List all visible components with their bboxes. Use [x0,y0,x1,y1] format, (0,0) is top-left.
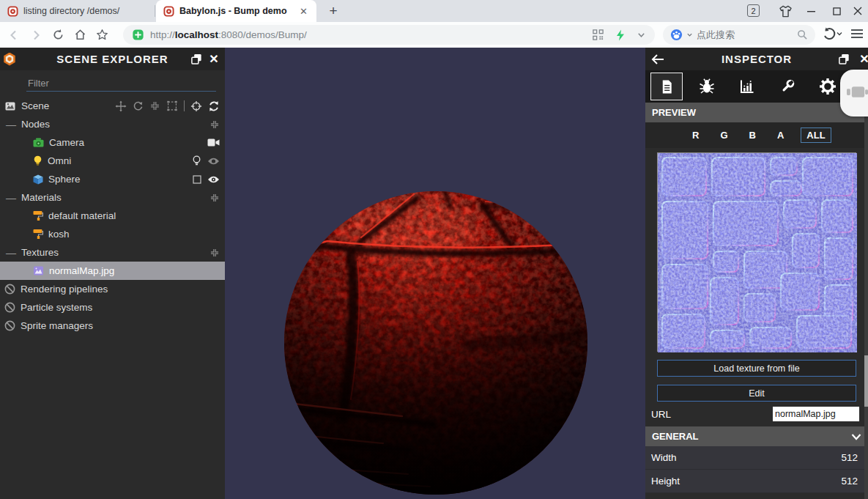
browser-menu-icon[interactable] [850,27,864,43]
video-capture-icon [847,85,868,101]
inspector-scrollbar[interactable] [864,103,868,499]
tree-row-normalmap[interactable]: normalMap.jpg [0,262,225,280]
preview-section-header[interactable]: PREVIEW [645,103,868,122]
bounding-box-icon[interactable] [166,100,178,111]
tree-row-kosh[interactable]: kosh [0,225,225,243]
tree-group-rendering-pipelines[interactable]: Rendering pipelines [0,280,225,298]
expand-all-icon[interactable] [209,193,220,203]
url-text[interactable]: http://localhost:8080/demos/Bump/ [150,29,586,40]
tree-row-camera[interactable]: Camera [0,133,225,152]
tab-debug[interactable] [691,73,723,100]
tree-group-particle-systems[interactable]: Particle systems [0,298,225,317]
collapse-minus-icon[interactable]: — [6,247,16,259]
tab-title: Babylon.js - Bump demo [179,6,293,16]
scale-gizmo-icon[interactable] [149,100,160,111]
tree-row-scene[interactable]: Scene [0,97,225,115]
url-field[interactable]: http://localhost:8080/demos/Bump/ [123,25,655,45]
filter-input[interactable] [26,75,216,92]
security-shield-icon[interactable] [132,29,144,41]
toolbar-separator [184,100,185,111]
tab-count-badge[interactable]: 2 [747,4,760,17]
channel-all[interactable]: ALL [801,127,831,143]
tab-bump-demo[interactable]: Babylon.js - Bump demo ✕ [156,0,316,22]
magnifier-icon[interactable] [797,29,808,40]
texture-preview [657,152,856,352]
baidu-paw-icon[interactable] [670,29,683,41]
blocked-circle-icon [4,302,15,313]
channel-selector: R G B A ALL [645,122,868,148]
theme-shirt-icon[interactable] [776,0,795,22]
lightning-icon[interactable] [615,29,626,41]
texture-url-input[interactable] [773,407,859,421]
bug-icon [699,78,715,95]
tree-row-sphere[interactable]: Sphere [0,170,225,188]
scrollbar-thumb[interactable] [864,355,868,407]
undo-restore-button[interactable] [822,26,842,41]
visibility-eye-icon[interactable] [207,175,220,184]
collapse-minus-icon[interactable]: — [6,119,16,130]
forward-icon[interactable] [25,25,47,45]
popout-icon[interactable] [834,48,853,70]
popout-icon[interactable] [187,48,206,70]
minimize-button[interactable] [801,0,823,22]
browser-tab-bar: listing directory /demos/ Babylon.js - B… [0,0,868,22]
tab-close-icon[interactable]: ✕ [298,6,309,17]
rotation-gizmo-icon[interactable] [133,100,144,111]
scene-explorer-panel: SCENE EXPLORER ✕ Scene — Nodes [0,48,225,499]
search-engine-chevron-icon[interactable] [686,32,693,38]
close-panel-icon[interactable]: ✕ [204,48,223,70]
edit-texture-button[interactable]: Edit [657,385,856,402]
tab-statistics[interactable] [731,73,763,100]
tree-row-omni[interactable]: Omni [0,152,225,170]
window-close-button[interactable] [847,0,868,22]
tree-group-nodes[interactable]: — Nodes [0,115,225,133]
render-canvas[interactable] [225,48,645,499]
refresh-icon[interactable] [47,25,69,45]
back-icon[interactable] [3,25,25,45]
tab-tools[interactable] [771,73,804,100]
scene-explorer-header: SCENE EXPLORER ✕ [0,48,225,70]
chevron-down-icon[interactable] [637,30,646,40]
lightbulb-icon [33,155,42,166]
maximize-button[interactable] [826,0,847,22]
position-gizmo-icon[interactable] [115,100,127,112]
channel-r[interactable]: R [688,127,703,143]
tab-settings[interactable] [812,73,844,100]
tab-title: listing directory /demos/ [23,6,147,16]
tree-group-textures[interactable]: — Textures [0,243,225,262]
back-arrow-icon[interactable] [648,48,667,70]
address-bar: http://localhost:8080/demos/Bump/ 点此搜索 [0,22,868,48]
tab-properties[interactable] [650,73,683,100]
material-brush-icon [33,229,43,240]
screen-capture-overlay[interactable] [840,70,868,117]
tree-row-default-material[interactable]: default material [0,207,225,225]
picking-gizmo-icon[interactable] [190,100,202,112]
home-icon[interactable] [69,25,91,45]
lightbulb-outline-icon[interactable] [192,155,201,166]
general-section-header[interactable]: GENERAL [645,426,868,446]
close-panel-icon[interactable]: ✕ [855,48,868,70]
search-box[interactable]: 点此搜索 [663,25,815,45]
camera-icon [33,138,44,147]
video-camera-icon[interactable] [207,138,220,147]
expand-all-icon[interactable] [209,248,220,258]
tree-group-sprite-managers[interactable]: Sprite managers [0,317,225,335]
tab-listing-directory[interactable]: listing directory /demos/ [0,0,155,22]
visibility-eye-icon[interactable] [207,157,220,166]
babylon-favicon [7,6,18,17]
checkbox-square-icon[interactable] [193,175,201,184]
tree-group-materials[interactable]: — Materials [0,188,225,207]
filter-row [0,70,225,97]
collapse-minus-icon[interactable]: — [6,192,16,204]
qr-code-icon[interactable] [592,29,604,41]
load-texture-button[interactable]: Load texture from file [657,360,856,377]
channel-a[interactable]: A [773,127,788,143]
channel-b[interactable]: B [745,127,760,143]
search-placeholder[interactable]: 点此搜索 [697,29,793,42]
refresh-icon[interactable] [208,100,220,112]
bookmark-star-icon[interactable] [91,25,113,45]
chevron-down-icon [851,433,861,440]
channel-g[interactable]: G [716,127,732,143]
new-tab-button[interactable]: + [323,1,344,21]
expand-all-icon[interactable] [209,119,220,130]
